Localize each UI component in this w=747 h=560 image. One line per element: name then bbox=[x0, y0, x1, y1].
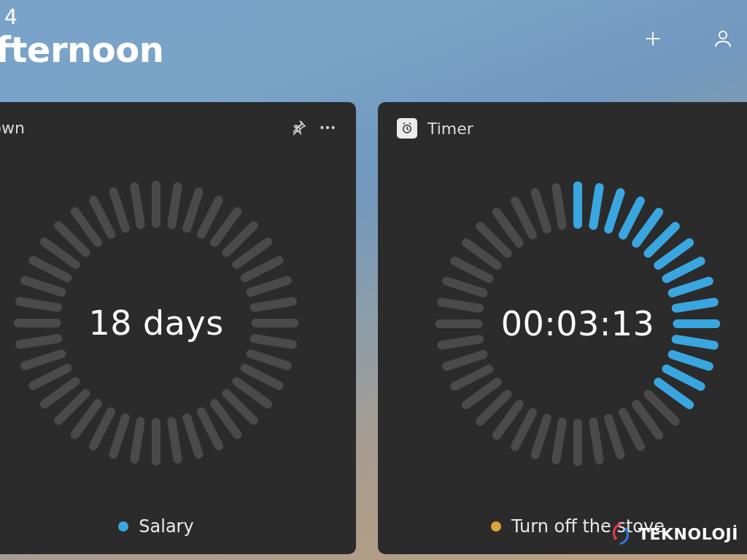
svg-point-3 bbox=[320, 126, 323, 129]
profile-button[interactable] bbox=[709, 25, 737, 52]
countdown-dial-area: 18 days bbox=[0, 130, 337, 516]
watermark: TEKNOLOJİ bbox=[608, 521, 738, 547]
header-date-digit: 4 bbox=[4, 7, 732, 28]
watermark-text: TEKNOLOJİ bbox=[638, 525, 738, 543]
header-bar: 4 fternoon bbox=[0, 0, 747, 70]
add-widget-button[interactable] bbox=[639, 25, 667, 52]
countdown-legend-label: Salary bbox=[139, 516, 193, 537]
person-icon bbox=[712, 28, 734, 50]
svg-point-87 bbox=[614, 537, 617, 540]
countdown-dial: 18 days bbox=[0, 163, 317, 483]
watermark-logo-icon bbox=[608, 521, 634, 547]
timer-widget[interactable]: Timer 00:03:13 Turn off the stove bbox=[378, 102, 747, 554]
widget-row: tdown 18 days Salary Timer bbox=[0, 102, 747, 554]
countdown-value: 18 days bbox=[0, 163, 317, 483]
countdown-legend: Salary bbox=[0, 516, 337, 541]
timer-dial-area: 00:03:13 bbox=[397, 131, 747, 516]
timer-value: 00:03:13 bbox=[417, 163, 738, 484]
svg-point-88 bbox=[624, 528, 628, 532]
svg-point-4 bbox=[326, 126, 329, 129]
header-greeting: fternoon bbox=[0, 29, 732, 70]
plus-icon bbox=[643, 28, 663, 49]
timer-legend-dot bbox=[491, 521, 501, 532]
countdown-widget[interactable]: tdown 18 days Salary bbox=[0, 102, 356, 554]
timer-dial: 00:03:13 bbox=[417, 163, 738, 484]
svg-point-2 bbox=[719, 31, 727, 39]
header-actions bbox=[639, 25, 737, 52]
svg-point-5 bbox=[331, 126, 334, 129]
countdown-legend-dot bbox=[118, 521, 128, 532]
